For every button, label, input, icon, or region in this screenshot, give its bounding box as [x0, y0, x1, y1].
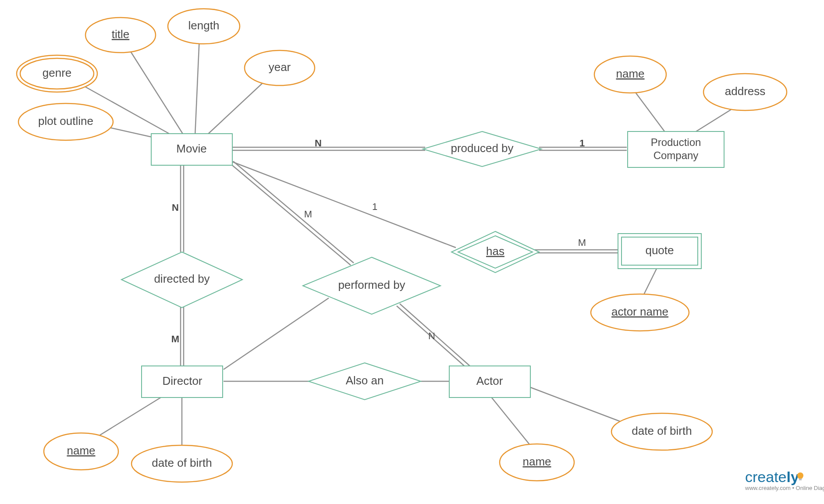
attr-title: title [85, 18, 156, 53]
svg-text:Production: Production [651, 136, 701, 148]
attr-quote-actor-name: actor name [591, 294, 689, 331]
svg-text:Company: Company [654, 149, 699, 161]
svg-text:genre: genre [43, 66, 72, 79]
svg-line-2 [127, 46, 184, 136]
svg-text:N: N [172, 202, 179, 213]
svg-text:plot outline: plot outline [38, 114, 93, 128]
svg-text:title: title [112, 28, 129, 41]
entity-director: Director [142, 366, 223, 398]
attr-plot-outline: plot outline [18, 103, 113, 140]
svg-text:directed by: directed by [154, 272, 210, 285]
svg-text:N: N [428, 330, 435, 341]
svg-text:M: M [578, 237, 586, 248]
svg-text:www.creately.com • Online Diag: www.creately.com • Online Diagramming [745, 485, 824, 491]
svg-text:Actor: Actor [476, 374, 503, 387]
svg-text:produced by: produced by [451, 142, 513, 155]
attr-actor-name: name [500, 444, 574, 481]
svg-text:name: name [616, 67, 644, 80]
rel-directed-by: directed by [121, 252, 242, 308]
svg-text:Movie: Movie [176, 142, 206, 155]
svg-text:N: N [315, 138, 322, 149]
svg-text:1: 1 [372, 201, 377, 212]
svg-text:address: address [725, 85, 766, 98]
cardinalities: N 1 N M M N 1 M [171, 138, 586, 344]
svg-rect-87 [799, 479, 802, 480]
entity-actor: Actor [449, 366, 530, 398]
entity-movie: Movie [151, 134, 232, 165]
attr-director-dob: date of birth [131, 445, 232, 482]
attr-actor-dob: date of birth [611, 413, 712, 450]
svg-line-20 [230, 163, 351, 265]
rel-also-an: Also an [309, 363, 421, 400]
svg-text:date of birth: date of birth [632, 424, 692, 437]
svg-text:quote: quote [645, 244, 674, 257]
svg-line-21 [233, 161, 354, 263]
svg-text:1: 1 [579, 138, 585, 149]
svg-text:length: length [188, 19, 220, 32]
attr-director-name: name [44, 433, 118, 470]
er-diagram-canvas: genre title length year plot outline nam… [0, 0, 824, 504]
svg-text:has: has [486, 245, 504, 258]
svg-text:M: M [171, 334, 179, 344]
rel-has: has [451, 231, 539, 273]
svg-text:name: name [522, 455, 551, 468]
attr-pc-name: name [594, 56, 666, 93]
rel-produced-by: produced by [423, 131, 541, 167]
attr-genre: genre [17, 55, 97, 92]
svg-text:Director: Director [162, 374, 202, 387]
svg-text:creately: creately [745, 469, 799, 485]
rel-performed-by: performed by [303, 257, 440, 314]
svg-text:M: M [304, 209, 312, 220]
attr-pc-address: address [703, 74, 787, 110]
svg-line-24 [231, 161, 456, 248]
svg-text:date of birth: date of birth [152, 456, 212, 469]
entity-quote: quote [618, 234, 701, 269]
svg-text:actor name: actor name [611, 305, 668, 318]
svg-line-29 [224, 298, 329, 369]
svg-text:performed by: performed by [338, 278, 405, 291]
svg-text:year: year [269, 60, 291, 74]
attr-length: length [168, 9, 240, 44]
creately-watermark: creately www.creately.com • Online Diagr… [745, 469, 824, 491]
rel-has-links [231, 161, 620, 253]
svg-text:Also an: Also an [346, 374, 384, 387]
svg-line-3 [195, 37, 199, 136]
director-performed-link [224, 298, 329, 369]
svg-text:name: name [67, 444, 95, 457]
entity-production-company: Production Company [628, 131, 724, 167]
svg-line-4 [206, 75, 272, 136]
attr-year: year [245, 50, 315, 85]
